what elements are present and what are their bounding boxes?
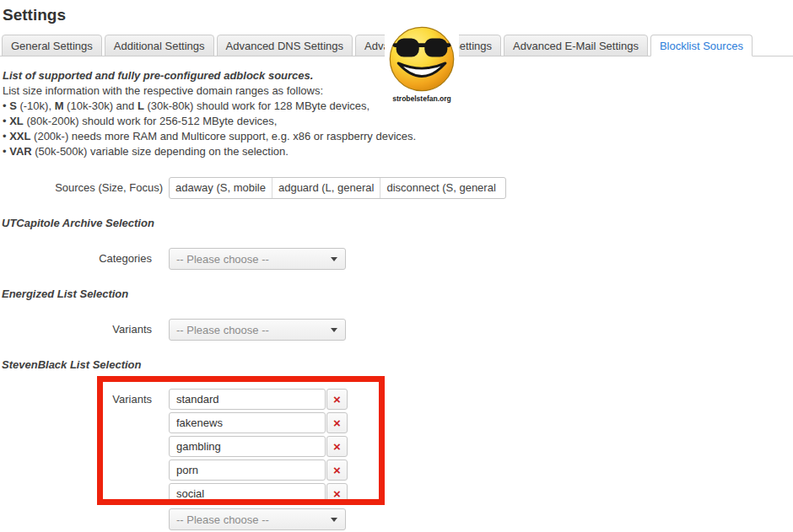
energized-section-heading: Energized List Selection [2,287,128,300]
variant-fakenews-input[interactable]: fakenews [169,412,326,433]
utcapitole-section-heading: UTCapitole Archive Selection [2,217,154,229]
categories-label: Categories [0,248,152,270]
variant-row-fakenews: fakenews × [169,412,348,433]
page-title: Settings [3,6,66,24]
categories-select[interactable]: -- Please choose -- [169,248,346,270]
settings-page: Settings General Settings Additional Set… [0,0,793,532]
energized-variants-select-value: -- Please choose -- [170,324,331,336]
variant-row-social: social × [169,483,348,504]
tab-advanced-dns-settings[interactable]: Advanced DNS Settings [217,35,353,56]
tab-additional-settings[interactable]: Additional Settings [105,35,214,56]
variant-porn-input[interactable]: porn [169,459,326,481]
tab-advanced-email-settings[interactable]: Advanced E-Mail Settings [504,35,648,56]
chevron-down-icon [331,257,337,261]
variant-standard-input[interactable]: standard [169,389,326,410]
tab-general-settings[interactable]: General Settings [2,35,102,56]
remove-variant-gambling-button[interactable]: × [326,436,348,457]
remove-variant-fakenews-button[interactable]: × [326,412,348,433]
sources-selected-item: adaway (S, mobile [170,178,272,198]
stevenblack-variants-select-value: -- Please choose -- [170,513,331,526]
description-line-xxl: • XXL (200k-) needs more RAM and Multico… [3,129,526,144]
stevenblack-variants-label: Variants [0,389,152,411]
variant-row-porn: porn × [169,459,348,481]
chevron-down-icon [331,518,337,522]
overflow-ellipsis-icon: ⋯ [502,182,506,195]
description-line-var: • VAR (50k-500k) variable size depending… [3,144,526,159]
chevron-down-icon [331,328,337,332]
description-line-xl: • XL (80k-200k) should work for 256-512 … [3,114,526,129]
sunglasses-smiley-icon [387,24,456,94]
variant-row-gambling: gambling × [169,436,348,457]
remove-variant-social-button[interactable]: × [326,483,348,504]
variant-row-standard: standard × [169,389,348,410]
remove-x-icon: × [333,440,341,453]
remove-x-icon: × [333,487,341,500]
tab-blocklist-sources[interactable]: Blocklist Sources [650,35,753,56]
sources-multiselect[interactable]: adaway (S, mobile adguard (L, general di… [169,177,506,199]
sources-selected-item: disconnect (S, general [380,178,501,198]
stevenblack-variants-select[interactable]: -- Please choose -- [169,508,346,530]
energized-variants-label: Variants [0,319,152,341]
remove-x-icon: × [333,464,341,476]
variant-gambling-input[interactable]: gambling [169,436,326,457]
watermark-caption: strobelstefan.org [392,94,450,103]
sources-selected-item: adguard (L, general [272,178,380,198]
variant-social-input[interactable]: social [169,483,326,504]
remove-x-icon: × [333,416,341,429]
remove-variant-standard-button[interactable]: × [326,389,348,410]
stevenblack-section-heading: StevenBlack List Selection [2,358,141,371]
categories-select-value: -- Please choose -- [170,253,331,266]
energized-variants-select[interactable]: -- Please choose -- [169,319,346,341]
remove-variant-porn-button[interactable]: × [326,459,348,481]
watermark-badge: strobelstefan.org [385,24,459,106]
sources-label: Sources (Size, Focus) [0,177,163,199]
remove-x-icon: × [333,393,341,406]
